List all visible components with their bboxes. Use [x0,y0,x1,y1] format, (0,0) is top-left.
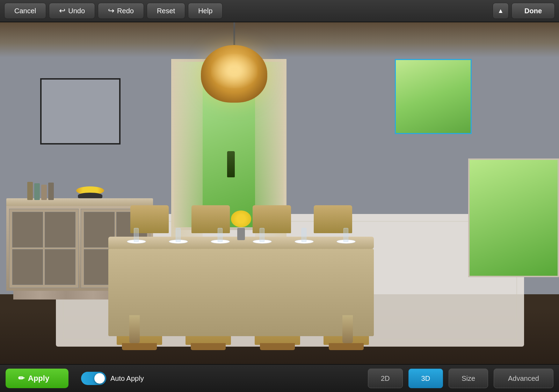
window-top-right[interactable] [395,59,472,134]
glass-3 [218,228,223,242]
glass-4 [260,228,264,242]
redo-icon: ↪ [108,6,114,15]
wine-bottle [227,151,235,177]
undo-button[interactable]: ↩ Undo [49,3,95,19]
reset-button[interactable]: Reset [147,3,185,19]
glass-6 [343,228,348,242]
auto-apply-toggle-container: Auto Apply [81,372,144,385]
book-4 [48,183,54,200]
chandelier-body [201,45,267,103]
undo-icon: ↩ [59,6,65,15]
glass-1 [134,228,139,242]
door-pane-2 [45,212,75,247]
ceiling [0,22,559,57]
sideboard-door-left [9,209,79,288]
auto-apply-toggle[interactable] [81,372,106,385]
room-3d-scene[interactable] [0,22,559,364]
door-pane-3 [12,249,43,285]
collapse-button[interactable]: ▲ [493,3,509,19]
table-legs [129,315,353,343]
door-pane-4 [45,249,75,285]
chandelier-chain [233,22,235,45]
door-pane-1 [12,212,43,247]
dining-table[interactable] [108,237,374,336]
apply-icon: ✏ [18,374,24,383]
book-1 [27,182,33,200]
chandelier-glow [211,54,257,88]
glasses-row [115,228,367,242]
size-button[interactable]: Size [449,369,488,388]
table-surface [108,237,374,249]
done-button[interactable]: Done [511,3,555,19]
glass-5 [302,228,306,242]
glass-2 [176,228,181,242]
table-body [108,249,374,336]
fruit-bowl [76,188,104,198]
toggle-knob [94,373,105,384]
room-scene-container [0,22,559,364]
view-3d-button[interactable]: 3D [408,369,443,388]
apply-button[interactable]: ✏ Apply [6,369,68,388]
table-leg-left [129,315,140,343]
bottom-toolbar: ✏ Apply Auto Apply 2D 3D Size Advanced [0,364,559,392]
top-toolbar: Cancel ↩ Undo ↪ Redo Reset Help ▲ Done [0,0,559,22]
book-2 [34,183,40,200]
window-bottom-right[interactable] [468,158,559,277]
flower-top [231,210,251,227]
book-3 [41,185,47,200]
advanced-button[interactable]: Advanced [494,369,553,388]
table-leg-right [342,315,353,343]
chandelier [199,22,269,103]
sideboard-books [27,181,69,200]
cancel-button[interactable]: Cancel [4,3,46,19]
auto-apply-label: Auto Apply [110,375,144,383]
help-button[interactable]: Help [188,3,223,19]
redo-button[interactable]: ↪ Redo [98,3,144,19]
chevron-up-icon: ▲ [498,7,504,15]
view-2d-button[interactable]: 2D [368,369,403,388]
picture-frame[interactable] [40,78,121,145]
bowl [78,193,102,198]
